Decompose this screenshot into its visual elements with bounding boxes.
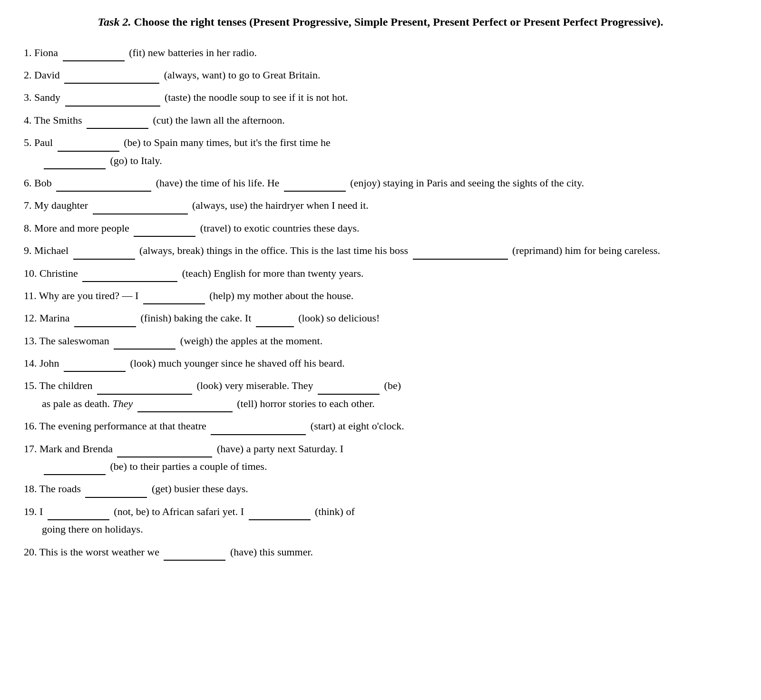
list-item: 13. The saleswoman (weigh) the apples at… <box>24 332 737 350</box>
blank-2-1[interactable] <box>64 73 159 84</box>
item-num: 20. <box>24 546 37 558</box>
item-num: 2. <box>24 69 32 81</box>
blank-6-1[interactable] <box>56 181 151 192</box>
item-num: 14. <box>24 357 37 369</box>
blank-18-1[interactable] <box>85 487 147 498</box>
blank-12-2[interactable] <box>256 317 294 327</box>
blank-6-2[interactable] <box>284 181 346 192</box>
blank-15-2[interactable] <box>318 384 380 395</box>
blank-3-1[interactable] <box>65 96 160 107</box>
blank-5-2[interactable] <box>44 159 106 169</box>
list-item: 15. The children (look) very miserable. … <box>24 377 737 412</box>
blank-19-1[interactable] <box>48 510 109 520</box>
blank-20-1[interactable] <box>164 550 225 561</box>
item-num: 10. <box>24 267 37 279</box>
item-num: 19. <box>24 506 37 517</box>
blank-9-1[interactable] <box>73 249 135 260</box>
list-item: 14. John (look) much younger since he sh… <box>24 354 737 372</box>
item-num: 1. <box>24 47 32 58</box>
list-item: 18. The roads (get) busier these days. <box>24 480 737 497</box>
list-item: 3. Sandy (taste) the noodle soup to see … <box>24 88 737 106</box>
list-item: 19. I (not, be) to African safari yet. I… <box>24 503 737 538</box>
item-continuation: (go) to Italy. <box>24 152 737 169</box>
blank-12-1[interactable] <box>74 317 136 327</box>
list-item: 16. The evening performance at that thea… <box>24 417 737 435</box>
item-num: 12. <box>24 312 37 324</box>
blank-5-1[interactable] <box>58 141 119 152</box>
item-num: 3. <box>24 91 32 103</box>
task-text: Choose the right tenses (Present Progres… <box>134 16 663 28</box>
exercise-list: 1. Fiona (fit) new batteries in her radi… <box>24 44 737 561</box>
list-item: 10. Christine (teach) English for more t… <box>24 264 737 282</box>
item-num: 16. <box>24 420 37 432</box>
list-item: 8. More and more people (travel) to exot… <box>24 219 737 237</box>
list-item: 6. Bob (have) the time of his life. He (… <box>24 174 737 192</box>
blank-4-1[interactable] <box>87 118 148 129</box>
item-num: 18. <box>24 483 37 495</box>
blank-14-1[interactable] <box>64 361 126 372</box>
blank-15-3[interactable] <box>137 402 233 412</box>
item-continuation: as pale as death. They (tell) horror sto… <box>24 395 737 412</box>
list-item: 20. This is the worst weather we (have) … <box>24 543 737 561</box>
blank-15-1[interactable] <box>97 384 192 395</box>
item-num: 5. <box>24 136 32 148</box>
blank-13-1[interactable] <box>114 339 176 350</box>
list-item: 1. Fiona (fit) new batteries in her radi… <box>24 44 737 61</box>
item-num: 17. <box>24 443 37 455</box>
item-num: 7. <box>24 199 32 211</box>
blank-8-1[interactable] <box>134 226 195 237</box>
list-item: 17. Mark and Brenda (have) a party next … <box>24 440 737 476</box>
item-num: 9. <box>24 244 32 256</box>
blank-19-2[interactable] <box>249 510 311 520</box>
list-item: 11. Why are you tired? — I (help) my mot… <box>24 287 737 304</box>
blank-11-1[interactable] <box>143 294 205 304</box>
list-item: 9. Michael (always, break) things in the… <box>24 242 737 259</box>
list-item: 2. David (always, want) to go to Great B… <box>24 66 737 84</box>
blank-10-1[interactable] <box>82 272 177 282</box>
list-item: 5. Paul (be) to Spain many times, but it… <box>24 134 737 169</box>
blank-17-2[interactable] <box>44 465 106 475</box>
task-label: Task 2. <box>98 16 131 28</box>
item-num: 15. <box>24 379 37 391</box>
list-item: 7. My daughter (always, use) the hairdry… <box>24 196 737 214</box>
item-num: 4. <box>24 114 32 126</box>
list-item: 4. The Smiths (cut) the lawn all the aft… <box>24 111 737 129</box>
blank-7-1[interactable] <box>93 204 188 214</box>
item-continuation: going there on holidays. <box>24 520 737 538</box>
list-item: 12. Marina (finish) baking the cake. It … <box>24 309 737 327</box>
blank-16-1[interactable] <box>211 425 306 435</box>
item-num: 13. <box>24 335 37 347</box>
item-num: 11. <box>24 290 37 301</box>
blank-9-2[interactable] <box>413 249 508 260</box>
task-title: Task 2. Choose the right tenses (Present… <box>24 14 737 30</box>
item-num: 6. <box>24 177 32 189</box>
item-continuation: (be) to their parties a couple of times. <box>24 457 737 475</box>
item-num: 8. <box>24 222 32 234</box>
blank-17-1[interactable] <box>117 447 212 457</box>
blank-1-1[interactable] <box>63 51 125 61</box>
